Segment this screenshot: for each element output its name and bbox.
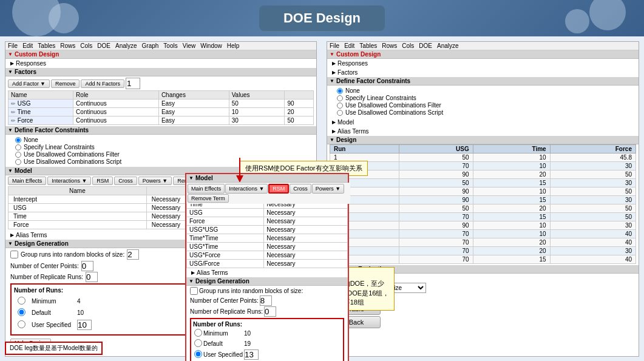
design-cell: 20 — [473, 247, 550, 255]
menu-doe[interactable]: DOE — [97, 42, 110, 49]
menu-tables[interactable]: Tables — [38, 42, 55, 49]
popup-runs-default: Default 19 — [194, 339, 259, 348]
radio-filter-input[interactable] — [15, 152, 21, 158]
alias-label: Alias Terms — [16, 232, 47, 238]
runs-user-input[interactable] — [77, 320, 92, 330]
factor-role-force: Continuous — [73, 116, 159, 125]
right-radio-filter[interactable]: Use Disallowed Combinations Filter — [337, 102, 629, 109]
radio-none-input[interactable] — [15, 137, 21, 143]
popup-model-header[interactable]: ▼ Model — [186, 174, 348, 183]
menu-cols[interactable]: Cols — [80, 42, 92, 49]
popup-center-input[interactable] — [260, 295, 272, 306]
right-constraints[interactable]: ▼ Define Factor Constraints — [327, 77, 639, 86]
table-row: 3902050 — [330, 170, 636, 179]
rsm-button[interactable]: RSM — [92, 177, 113, 185]
design-table: Run USG Time Force 1501045.8270103039020… — [330, 144, 636, 264]
block-size-input[interactable] — [127, 249, 139, 260]
popup-group-checkbox[interactable] — [190, 287, 198, 295]
right-radio-none[interactable]: None — [337, 87, 629, 94]
menu-view[interactable]: View — [183, 42, 196, 49]
radio-linear[interactable]: Specify Linear Constraints — [15, 144, 307, 150]
right-custom-design[interactable]: ▼ Custom Design — [327, 50, 639, 59]
radio-script-input[interactable] — [15, 159, 21, 165]
custom-design-header[interactable]: ▼ Custom Design — [5, 50, 316, 59]
right-panel: File Edit Tables Rows Cols DOE Analyze ▼… — [322, 36, 644, 361]
factors-section[interactable]: ▼ Factors — [5, 68, 316, 76]
popup-interactions[interactable]: Interactions ▼ — [225, 184, 268, 194]
runs-default-radio[interactable] — [18, 308, 25, 316]
menu-help[interactable]: Help — [227, 42, 240, 49]
popup-runs-box: Number of Runs: Minimum 10 Default 19 Us… — [190, 318, 344, 361]
menu-graph[interactable]: Graph — [142, 42, 159, 49]
dt-col-run: Run — [330, 145, 399, 154]
menu-file[interactable]: File — [8, 42, 18, 49]
factor-table-container: Name Role Changes Values ✏ USG Continuou… — [5, 90, 316, 126]
rmenu-analyze[interactable]: Analyze — [437, 42, 459, 49]
right-alias[interactable]: ▶ Alias Terms — [327, 127, 639, 136]
main-effects-button[interactable]: Main Effects — [8, 177, 46, 185]
rmenu-tables[interactable]: Tables — [359, 42, 377, 49]
rmenu-doe[interactable]: DOE — [419, 42, 432, 49]
center-points-input[interactable] — [81, 261, 93, 271]
menu-analyze[interactable]: Analyze — [115, 42, 137, 49]
popup-remove-term[interactable]: Remove Term — [188, 194, 229, 203]
radio-linear-input[interactable] — [15, 144, 21, 150]
popup-replicate-input[interactable] — [264, 306, 276, 317]
rmenu-file[interactable]: File — [330, 42, 339, 49]
bubble-3 — [589, 0, 626, 30]
group-runs-label: Group runs into random blocks of size: — [21, 251, 124, 258]
right-design-section[interactable]: ▼ Design — [327, 136, 639, 144]
popup-rsm-button[interactable]: RSM — [268, 184, 289, 194]
remove-button[interactable]: Remove — [51, 79, 80, 88]
responses-section[interactable]: ▶ Responses — [5, 59, 316, 68]
constraints-section[interactable]: ▼ Define Factor Constraints — [5, 126, 316, 135]
popup-user-input[interactable] — [244, 349, 259, 360]
table-row: USG/ForceNecessary — [187, 260, 348, 268]
replicate-runs-input[interactable] — [86, 272, 98, 282]
factor-count-input[interactable]: 1 — [126, 78, 140, 89]
design-cell: 10 — [473, 154, 550, 162]
add-n-factors-button[interactable]: Add N Factors — [81, 79, 124, 88]
popup-design-gen[interactable]: ▼ Design Generation — [186, 277, 348, 286]
popup-cross[interactable]: Cross — [290, 184, 311, 194]
menu-rows[interactable]: Rows — [60, 42, 75, 49]
popup-main-effects[interactable]: Main Effects — [188, 184, 225, 194]
factor-val1-usg: 50 — [229, 100, 285, 108]
radio-filter[interactable]: Use Disallowed Combinations Filter — [15, 151, 307, 158]
rmenu-rows[interactable]: Rows — [382, 42, 397, 49]
right-responses[interactable]: ▶ Responses — [327, 59, 639, 68]
interactions-button[interactable]: Interactions ▼ — [47, 177, 91, 185]
powers-button[interactable]: Powers ▼ — [138, 177, 172, 185]
menu-edit[interactable]: Edit — [22, 42, 33, 49]
menu-tools[interactable]: Tools — [163, 42, 177, 49]
right-model[interactable]: ▶ Model — [327, 118, 639, 127]
responses-triangle: ▶ — [10, 61, 14, 66]
right-factors[interactable]: ▶ Factors — [327, 68, 639, 77]
right-radio-script[interactable]: Use Disallowed Combinations Script — [337, 109, 629, 116]
triangle-icon: ▼ — [8, 52, 13, 57]
rmenu-edit[interactable]: Edit — [344, 42, 354, 49]
table-row: USG*TimeNecessary — [187, 243, 348, 251]
group-runs-checkbox[interactable] — [10, 251, 18, 258]
factor-changes-usg: Easy — [158, 100, 229, 108]
popup-model-label: Model — [195, 175, 213, 181]
popup-alias[interactable]: ▶ Alias Terms — [186, 268, 348, 277]
radio-none[interactable]: None — [15, 137, 307, 143]
dt-col-time: Time — [473, 145, 550, 154]
design-cell: 40 — [550, 230, 636, 238]
table-row: USGNecessary — [187, 209, 348, 217]
design-cell: 20 — [473, 170, 550, 179]
cross-button[interactable]: Cross — [114, 177, 137, 185]
design-cell: 50 — [550, 204, 636, 213]
menu-window[interactable]: Window — [200, 42, 222, 49]
right-design-label: Design — [336, 137, 356, 143]
runs-user-label: User Specified — [29, 319, 73, 331]
add-factor-button[interactable]: Add Factor ▼ — [8, 79, 50, 88]
runs-user-radio[interactable] — [18, 320, 25, 328]
rmenu-cols[interactable]: Cols — [402, 42, 414, 49]
popup-toolbar: Main Effects Interactions ▼ RSM Cross Po… — [186, 183, 350, 204]
popup-powers[interactable]: Powers ▼ — [312, 184, 344, 194]
right-radio-linear[interactable]: Specify Linear Constraints — [337, 95, 629, 101]
bubble-4 — [565, 9, 589, 33]
runs-min-radio[interactable] — [18, 297, 25, 305]
